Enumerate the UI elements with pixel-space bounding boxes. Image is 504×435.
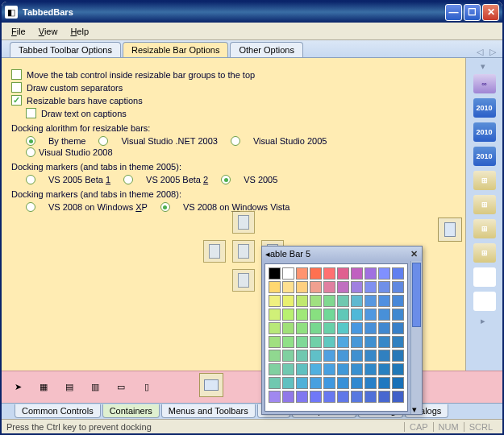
color-swatch[interactable]: [337, 295, 349, 307]
maximize-button[interactable]: ☐: [464, 4, 481, 21]
color-swatch[interactable]: [337, 336, 349, 348]
color-swatch[interactable]: [282, 391, 294, 403]
color-swatch[interactable]: [364, 295, 377, 307]
color-swatch[interactable]: [323, 309, 335, 321]
radio-algo-vs2005[interactable]: [231, 136, 240, 146]
sidebar-windows-flag2-icon[interactable]: ⊞: [473, 292, 496, 311]
color-swatch[interactable]: [296, 281, 308, 293]
color-swatch[interactable]: [269, 281, 281, 293]
color-swatch[interactable]: [310, 377, 322, 389]
color-swatch[interactable]: [282, 350, 294, 362]
dock-marker-center[interactable]: [232, 240, 255, 263]
radio-vs2008-xp[interactable]: [26, 202, 35, 212]
tab-nav-arrows[interactable]: ◁▷: [477, 47, 496, 57]
color-swatch[interactable]: [364, 267, 377, 280]
color-swatch[interactable]: [269, 267, 281, 280]
color-swatch[interactable]: [364, 363, 377, 375]
color-swatch[interactable]: [337, 350, 349, 362]
color-swatch[interactable]: [269, 350, 281, 362]
color-swatch[interactable]: [269, 322, 281, 334]
tab-prev-icon[interactable]: ◁: [477, 47, 483, 57]
color-swatch[interactable]: [310, 363, 322, 375]
color-swatch[interactable]: [269, 336, 281, 348]
menu-file[interactable]: File: [11, 27, 26, 36]
color-swatch[interactable]: [337, 377, 349, 389]
radio-algo-by-theme[interactable]: [26, 136, 35, 146]
radio-algo-vs2003[interactable]: [98, 136, 108, 146]
color-swatch[interactable]: [337, 309, 349, 321]
radio-vs2005-beta1[interactable]: [26, 175, 35, 184]
color-swatch[interactable]: [351, 267, 363, 280]
color-swatch[interactable]: [310, 350, 322, 362]
color-swatch[interactable]: [364, 322, 377, 334]
color-swatch[interactable]: [392, 391, 404, 403]
radio-vs2008-vista[interactable]: [160, 202, 170, 212]
color-swatch[interactable]: [282, 336, 294, 348]
minimize-button[interactable]: —: [445, 4, 462, 21]
color-swatch[interactable]: [269, 391, 281, 403]
dock-marker-bottom[interactable]: [232, 269, 255, 292]
floating-color-panel[interactable]: ◂ able Bar 5 ✕ ▾: [261, 246, 423, 415]
color-swatch[interactable]: [323, 377, 335, 389]
color-swatch[interactable]: [351, 322, 363, 334]
color-swatch[interactable]: [296, 267, 308, 280]
color-swatch[interactable]: [282, 322, 294, 334]
color-swatch[interactable]: [351, 281, 363, 293]
menu-view[interactable]: View: [39, 27, 58, 36]
sidebar-collapse-icon[interactable]: ▾: [481, 61, 489, 69]
radio-vs2005-beta2[interactable]: [123, 175, 133, 184]
color-swatch[interactable]: [378, 267, 390, 280]
color-swatch[interactable]: [310, 267, 322, 280]
color-swatch[interactable]: [310, 309, 322, 321]
color-swatch[interactable]: [323, 336, 335, 348]
color-swatch[interactable]: [269, 309, 281, 321]
tool-tabs-icon[interactable]: ▭: [115, 381, 127, 394]
color-swatch[interactable]: [282, 309, 294, 321]
btab-common-controls[interactable]: Common Controls: [15, 404, 101, 418]
sidebar-office-a-icon[interactable]: ⊞: [473, 171, 496, 190]
color-swatch[interactable]: [310, 295, 322, 307]
checkbox-bars-have-captions[interactable]: [11, 95, 22, 106]
color-swatch[interactable]: [351, 336, 363, 348]
color-swatch[interactable]: [378, 350, 390, 362]
color-swatch[interactable]: [378, 322, 390, 334]
tab-next-icon[interactable]: ▷: [489, 47, 496, 57]
color-swatch[interactable]: [351, 391, 363, 403]
color-swatch[interactable]: [323, 295, 335, 307]
color-swatch[interactable]: [282, 267, 294, 280]
tool-page-icon[interactable]: ▯: [140, 381, 153, 394]
menu-help[interactable]: Help: [70, 27, 89, 36]
color-swatch[interactable]: [351, 350, 363, 362]
color-swatch[interactable]: [310, 281, 322, 293]
color-swatch[interactable]: [323, 322, 335, 334]
color-swatch[interactable]: [323, 363, 335, 375]
color-swatch[interactable]: [310, 322, 322, 334]
color-swatch[interactable]: [364, 281, 377, 293]
color-swatch[interactable]: [378, 391, 390, 403]
btab-menus-toolbars[interactable]: Menus and Toolbars: [161, 404, 256, 418]
dock-marker-edge-right[interactable]: [438, 218, 462, 242]
color-swatch[interactable]: [378, 295, 390, 307]
color-swatch[interactable]: [392, 295, 404, 307]
color-swatch[interactable]: [296, 336, 308, 348]
color-swatch[interactable]: [392, 281, 404, 293]
color-swatch[interactable]: [337, 363, 349, 375]
color-swatch[interactable]: [351, 377, 363, 389]
color-swatch[interactable]: [337, 322, 349, 334]
color-swatch[interactable]: [392, 267, 404, 280]
color-swatch[interactable]: [392, 377, 404, 389]
color-swatch[interactable]: [364, 336, 377, 348]
color-swatch[interactable]: [323, 281, 335, 293]
color-swatch[interactable]: [296, 295, 308, 307]
color-swatch[interactable]: [282, 281, 294, 293]
color-swatch[interactable]: [296, 391, 308, 403]
checkbox-move-tab-top[interactable]: [11, 69, 22, 80]
color-swatch[interactable]: [296, 363, 308, 375]
color-swatch[interactable]: [378, 309, 390, 321]
sidebar-more-icon[interactable]: ▸: [481, 316, 489, 324]
sidebar-office-d-icon[interactable]: ⊞: [473, 243, 496, 263]
color-swatch[interactable]: [310, 336, 322, 348]
color-swatch[interactable]: [392, 363, 404, 375]
color-swatch[interactable]: [392, 322, 404, 334]
tab-tabbed-toolbar-options[interactable]: Tabbed Toolbar Options: [10, 42, 121, 57]
